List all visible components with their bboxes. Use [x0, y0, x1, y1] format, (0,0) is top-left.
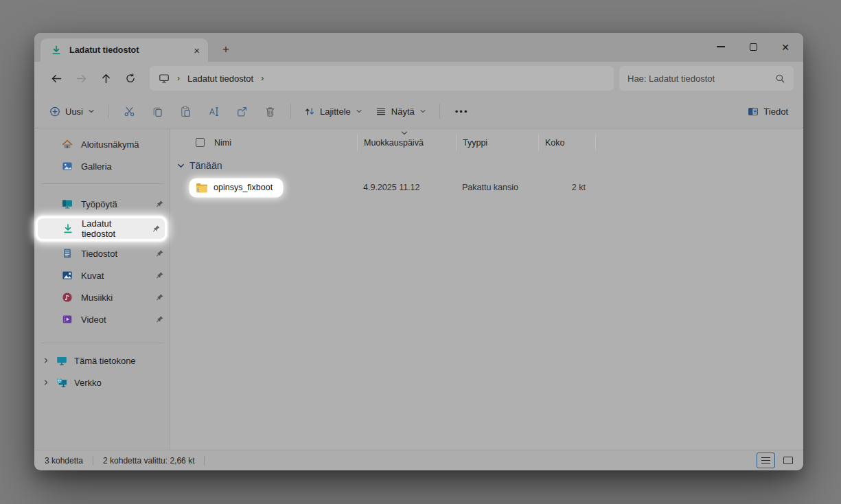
zipped-folder-icon: [196, 183, 208, 193]
column-header-name[interactable]: Nimi: [184, 134, 357, 151]
sidebar-item-gallery[interactable]: Galleria: [34, 155, 170, 177]
details-button[interactable]: Tiedot: [741, 100, 794, 123]
delete-button[interactable]: [256, 100, 284, 123]
file-list-pane: Nimi Muokkauspäivä Tyyppi Koko Tänään: [170, 128, 803, 450]
tab-bar: Ladatut tiedostot × + ×: [34, 33, 803, 62]
share-button[interactable]: [228, 100, 255, 123]
details-view-icon: [761, 457, 770, 464]
tab-title: Ladatut tiedostot: [69, 45, 186, 55]
file-name-highlight[interactable]: opinsys_fixboot: [191, 180, 281, 196]
pin-icon: [155, 271, 164, 280]
sidebar-item-label: Videot: [81, 314, 106, 325]
large-icons-view-icon: [783, 457, 793, 464]
sidebar-item-label: Aloitusnäkymä: [81, 139, 139, 150]
chevron-right-icon[interactable]: [43, 357, 49, 364]
maximize-button[interactable]: [748, 39, 759, 54]
search-input[interactable]: [627, 73, 769, 84]
desktop-icon: [62, 198, 73, 209]
chevron-down-icon: [356, 108, 362, 115]
close-button[interactable]: ×: [780, 39, 791, 54]
monitor-icon: [159, 73, 170, 84]
column-header-modified[interactable]: Muokkauspäivä: [357, 134, 456, 151]
paste-button[interactable]: [172, 100, 199, 123]
plus-circle-icon: [49, 106, 60, 117]
new-button[interactable]: Uusi: [43, 100, 101, 123]
view-toggles: [757, 453, 797, 468]
status-divider: [204, 456, 205, 466]
window-controls: ×: [715, 39, 791, 54]
home-icon: [62, 139, 73, 150]
tab-ladatut-tiedostot[interactable]: Ladatut tiedostot ×: [41, 38, 208, 62]
status-divider: [93, 456, 93, 466]
view-lines-icon: [376, 106, 387, 117]
file-row-opinsys-fixboot[interactable]: opinsys_fixboot 4.9.2025 11.12 Pakattu k…: [184, 177, 803, 198]
sidebar-item-label: Tämä tietokone: [74, 356, 136, 366]
search-icon: [774, 73, 785, 84]
column-label: Nimi: [214, 138, 231, 148]
column-header-type[interactable]: Tyyppi: [456, 134, 538, 151]
refresh-button[interactable]: [118, 67, 143, 90]
downloads-icon: [62, 223, 73, 234]
chevron-down-icon[interactable]: [177, 162, 185, 170]
file-modified-cell: 4.9.2025 11.12: [357, 183, 456, 192]
downloads-icon: [51, 45, 62, 56]
address-bar[interactable]: › Ladatut tiedostot ›: [150, 66, 614, 91]
forward-button[interactable]: [69, 67, 93, 90]
sidebar-item-kuvat[interactable]: Kuvat: [34, 264, 170, 286]
sidebar-item-verkko[interactable]: Verkko: [34, 371, 170, 393]
sidebar-pinned-section: Työpöytä Ladatut tiedostot: [34, 193, 170, 330]
file-name-cell[interactable]: opinsys_fixboot: [184, 180, 357, 196]
search-box[interactable]: [619, 66, 794, 91]
column-headers: Nimi Muokkauspäivä Tyyppi Koko: [184, 134, 803, 151]
up-button[interactable]: [93, 67, 118, 90]
pin-icon: [152, 225, 161, 233]
column-label: Koko: [545, 138, 565, 148]
group-header-today[interactable]: Tänään: [177, 160, 803, 171]
music-icon: [62, 292, 73, 303]
documents-icon: [62, 248, 73, 259]
sort-button[interactable]: Lajittele: [298, 100, 369, 123]
sidebar-item-tyopoyta[interactable]: Työpöytä: [34, 193, 170, 215]
toolbar-divider: [108, 104, 108, 119]
sidebar-item-ladatut-tiedostot[interactable]: Ladatut tiedostot: [36, 216, 167, 241]
cut-button[interactable]: [115, 100, 143, 123]
back-button[interactable]: [44, 67, 69, 90]
minimize-icon: [717, 46, 725, 47]
selection-summary-label: 2 kohdetta valittu: 2,66 kt: [103, 456, 194, 466]
column-label: Muokkauspäivä: [364, 138, 424, 148]
copy-button[interactable]: [143, 100, 171, 123]
sidebar-item-tiedostot[interactable]: Tiedostot: [34, 242, 170, 264]
command-bar: Uusi Lajittele: [34, 95, 803, 128]
sidebar-item-videot[interactable]: Videot: [34, 308, 170, 330]
large-icons-view-button[interactable]: [779, 453, 797, 468]
sidebar-item-home[interactable]: Aloitusnäkymä: [34, 133, 170, 155]
sidebar-item-label: Tiedostot: [81, 249, 117, 259]
sort-icon: [304, 106, 315, 117]
rename-button[interactable]: [200, 100, 227, 123]
breadcrumb-separator[interactable]: ›: [260, 73, 265, 83]
chevron-down-icon: [88, 108, 95, 115]
sort-indicator-icon: [401, 130, 408, 136]
group-header-label: Tänään: [189, 160, 222, 171]
pictures-icon: [62, 270, 73, 281]
more-options-button[interactable]: •••: [447, 106, 477, 117]
details-view-button[interactable]: [757, 453, 775, 468]
chevron-right-icon[interactable]: [43, 379, 49, 386]
column-header-size[interactable]: Koko: [538, 134, 596, 151]
details-pane-icon: [748, 106, 759, 117]
new-tab-button[interactable]: +: [217, 41, 235, 58]
sidebar-item-musiikki[interactable]: Musiikki: [34, 286, 170, 308]
breadcrumb-location[interactable]: Ladatut tiedostot: [187, 73, 253, 84]
sidebar-item-label: Työpöytä: [81, 199, 117, 209]
sidebar-item-tama-tietokone[interactable]: Tämä tietokone: [34, 350, 170, 371]
tab-close-icon[interactable]: ×: [194, 45, 200, 56]
select-all-checkbox[interactable]: [196, 138, 205, 147]
minimize-button[interactable]: [715, 39, 726, 54]
navigation-bar: › Ladatut tiedostot ›: [34, 62, 803, 95]
file-size-cell: 2 kt: [538, 183, 596, 192]
file-type-cell: Pakattu kansio: [456, 183, 538, 192]
sidebar: Aloitusnäkymä Galleria Työpöytä: [34, 128, 170, 450]
file-explorer-window: Ladatut tiedostot × + × › Ladatut tie: [34, 33, 803, 470]
breadcrumb-separator: ›: [176, 73, 181, 83]
view-button[interactable]: Näytä: [369, 100, 433, 123]
